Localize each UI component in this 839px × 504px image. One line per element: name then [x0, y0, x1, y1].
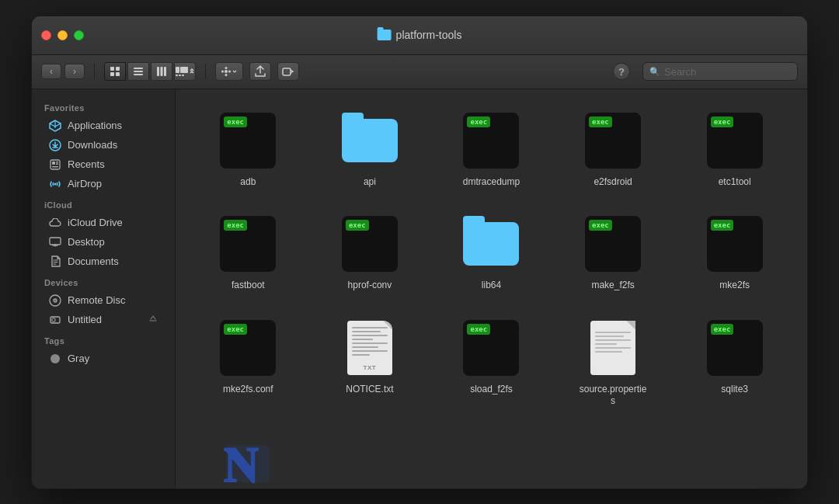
finder-window: platform-tools ‹ › [31, 16, 808, 489]
svg-text:𝐍: 𝐍 [223, 440, 259, 488]
file-item-source-properties[interactable]: source.properties [556, 312, 670, 412]
file-icon-make-f2fs: exec [582, 213, 644, 275]
file-item-api[interactable]: api [313, 105, 427, 193]
search-placeholder: Search [664, 66, 696, 78]
file-item-sload-f2fs[interactable]: exec sload_f2fs [434, 312, 548, 412]
recents-label: Recents [68, 158, 105, 170]
svg-rect-11 [180, 67, 188, 73]
desktop-icon [49, 236, 61, 249]
svg-rect-3 [116, 72, 120, 76]
svg-rect-33 [52, 318, 55, 322]
titlebar: platform-tools [32, 16, 807, 55]
svg-point-31 [54, 300, 56, 301]
file-item-fastboot[interactable]: exec fastboot [191, 208, 305, 297]
minimize-button[interactable] [57, 30, 68, 40]
sidebar-item-downloads[interactable]: Downloads [37, 136, 170, 155]
file-icon-fastboot: exec [217, 213, 279, 275]
svg-point-27 [54, 182, 57, 185]
sidebar-item-documents[interactable]: Documents [37, 252, 170, 271]
downloads-icon [49, 139, 61, 151]
file-icon-e2fsdroid: exec [582, 109, 644, 172]
svg-point-19 [228, 71, 231, 73]
svg-rect-24 [56, 162, 58, 163]
svg-rect-22 [50, 160, 60, 169]
list-view-button[interactable] [127, 62, 149, 81]
file-icon-mke2fs: exec [704, 213, 766, 275]
file-item-notice-txt[interactable]: TXT NOTICE.txt [313, 312, 427, 412]
svg-rect-12 [176, 75, 178, 76]
file-label-mke2fs-conf: mke2fs.conf [223, 384, 273, 396]
airdrop-label: AirDrop [68, 178, 102, 189]
file-item-dmtracedump[interactable]: exec dmtracedump [434, 105, 548, 193]
column-view-button[interactable] [151, 62, 172, 81]
tag-button[interactable] [277, 62, 299, 81]
file-label-e2fsdroid: e2fsdroid [594, 176, 632, 189]
svg-rect-25 [56, 163, 58, 165]
remote-disc-label: Remote Disc [68, 294, 125, 306]
file-item-hprof-conv[interactable]: exec hprof-conv [313, 208, 427, 297]
svg-rect-2 [110, 72, 114, 76]
svg-rect-0 [110, 67, 114, 71]
svg-rect-28 [50, 238, 61, 245]
file-label-mke2fs: mke2fs [719, 280, 750, 292]
svg-rect-1 [116, 67, 120, 71]
window-title: platform-tools [378, 29, 462, 41]
file-label-lib64: lib64 [482, 280, 501, 292]
file-item-nyt[interactable]: 𝐍 [191, 428, 305, 488]
file-icon-sload-f2fs: exec [460, 317, 522, 379]
file-item-make-f2fs[interactable]: exec make_f2fs [556, 208, 670, 297]
file-icon-api [339, 109, 401, 172]
icloud-header: iCloud [32, 194, 175, 213]
sidebar-item-airdrop[interactable]: AirDrop [37, 175, 170, 193]
sidebar-item-recents[interactable]: Recents [37, 155, 170, 174]
untitled-icon [49, 314, 61, 326]
svg-rect-10 [176, 67, 179, 73]
documents-icon [49, 255, 61, 268]
file-item-mke2fs[interactable]: exec mke2fs [677, 208, 792, 297]
icloud-drive-label: iCloud Drive [68, 217, 123, 228]
svg-point-17 [225, 74, 228, 76]
file-item-e2fsdroid[interactable]: exec e2fsdroid [556, 105, 670, 193]
gallery-view-button[interactable] [174, 62, 196, 81]
file-area: exec adb api [176, 89, 807, 488]
file-item-sqlite3[interactable]: exec sqlite3 [677, 312, 792, 412]
view-buttons [104, 62, 196, 81]
sidebar-item-applications[interactable]: Applications [37, 116, 170, 135]
sidebar-item-remote-disc[interactable]: Remote Disc [37, 291, 170, 310]
sidebar-item-icloud-drive[interactable]: iCloud Drive [37, 214, 170, 232]
svg-rect-9 [164, 67, 166, 76]
file-icon-dmtracedump: exec [460, 109, 522, 172]
applications-label: Applications [68, 120, 122, 131]
eject-button[interactable] [148, 315, 158, 325]
action-button[interactable] [215, 62, 243, 81]
search-box[interactable]: 🔍 Search [642, 62, 798, 81]
help-button[interactable]: ? [613, 63, 630, 80]
file-item-etc1tool[interactable]: exec etc1tool [677, 105, 792, 193]
icon-view-button[interactable] [104, 62, 126, 81]
svg-rect-6 [134, 74, 143, 75]
tags-header: Tags [32, 330, 175, 349]
toolbar-sep-1 [94, 64, 95, 79]
file-icon-lib64 [460, 213, 522, 275]
nav-buttons: ‹ › [41, 64, 85, 79]
devices-header: Devices [32, 272, 175, 290]
sidebar-item-gray[interactable]: Gray [37, 349, 170, 368]
documents-label: Documents [68, 255, 119, 267]
close-button[interactable] [41, 30, 51, 40]
file-item-adb[interactable]: exec adb [191, 105, 305, 193]
back-button[interactable]: ‹ [41, 64, 61, 79]
recents-icon [49, 158, 61, 171]
forward-button[interactable]: › [64, 64, 85, 79]
svg-point-15 [225, 70, 228, 73]
maximize-button[interactable] [74, 30, 84, 40]
svg-rect-13 [179, 75, 181, 76]
file-item-mke2fs-conf[interactable]: exec mke2fs.conf [191, 312, 305, 412]
svg-point-16 [225, 67, 228, 69]
share-button[interactable] [249, 62, 271, 81]
file-item-lib64[interactable]: lib64 [434, 208, 548, 297]
file-label-dmtracedump: dmtracedump [463, 176, 520, 189]
sidebar-item-untitled[interactable]: Untitled [37, 311, 170, 329]
sidebar-item-desktop[interactable]: Desktop [37, 233, 170, 252]
svg-rect-26 [52, 166, 58, 168]
sidebar: Favorites Applications [32, 89, 176, 488]
